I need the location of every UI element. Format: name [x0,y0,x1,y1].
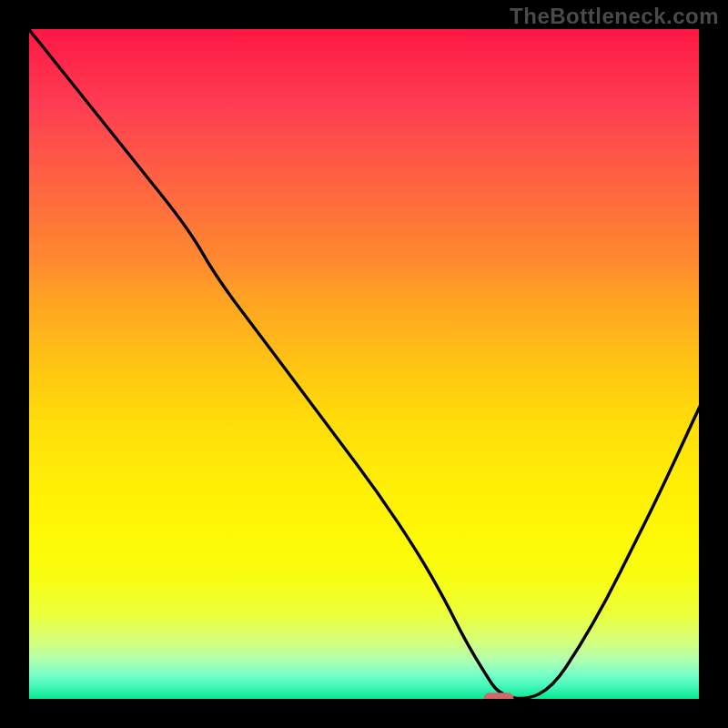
optimal-point-marker [483,693,513,701]
chart-container: TheBottleneck.com [0,0,728,728]
bottleneck-curve [27,27,701,699]
plot-area [27,27,701,701]
watermark-text: TheBottleneck.com [510,4,719,29]
curve-layer [27,27,701,701]
